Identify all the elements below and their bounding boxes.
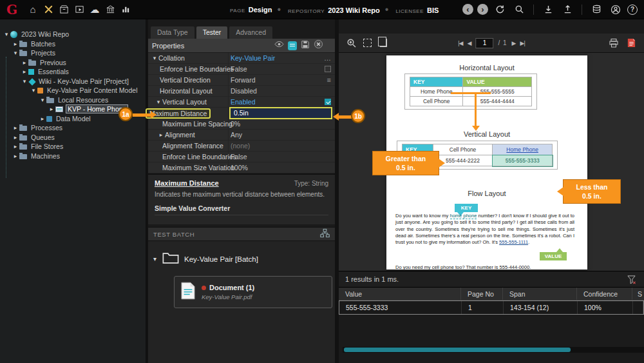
grid-view-icon[interactable] xyxy=(288,41,297,50)
column-header-extra[interactable]: S xyxy=(632,288,644,300)
caret-down-icon[interactable]: ▾ xyxy=(151,55,158,61)
batch-root-item[interactable]: ▾ Key-Value Pair [Batch] xyxy=(148,241,335,266)
checkbox-unchecked-icon[interactable] xyxy=(325,66,331,72)
horizontal-scrollbar[interactable] xyxy=(343,347,644,353)
tree-item-content-model[interactable]: ▾ Key-Value Pair Content Model xyxy=(0,86,146,95)
column-header-page-no[interactable]: Page No xyxy=(461,288,503,300)
property-row-alignment[interactable]: ▸ Alignment Any xyxy=(148,130,335,141)
property-value[interactable]: Any xyxy=(231,131,318,139)
last-page-button[interactable]: ▶| xyxy=(520,40,524,46)
scrollbar-thumb[interactable] xyxy=(344,348,571,352)
stats-icon[interactable] xyxy=(118,3,133,17)
print-icon[interactable] xyxy=(609,38,619,48)
column-header-confidence[interactable]: Confidence xyxy=(577,288,632,300)
caret-right-icon[interactable]: ▸ xyxy=(12,143,19,150)
tree-item-previous[interactable]: ▸ Previous xyxy=(0,58,146,68)
property-value-input[interactable]: 0.5in xyxy=(229,107,332,119)
tree-item-local-resources[interactable]: ▾ Local Resources xyxy=(0,95,146,105)
close-icon[interactable] xyxy=(314,39,323,52)
property-row-maximum-distance[interactable]: Maximum Distance 0.5in xyxy=(148,108,335,119)
forward-icon[interactable]: › xyxy=(477,4,488,15)
design-tools-icon[interactable] xyxy=(41,3,56,17)
caret-right-icon[interactable]: ▸ xyxy=(12,153,19,159)
caret-down-icon[interactable]: ▾ xyxy=(153,255,162,262)
list-icon[interactable]: ≡ xyxy=(327,76,331,84)
property-value[interactable]: Disabled xyxy=(231,87,318,95)
bank-icon[interactable] xyxy=(102,3,118,17)
search-icon[interactable] xyxy=(511,3,527,17)
property-value[interactable]: (none) xyxy=(231,142,318,150)
first-page-button[interactable]: |◀ xyxy=(458,40,462,46)
tree-item-processes[interactable]: ▸ Processes xyxy=(0,123,146,133)
caret-down-icon[interactable]: ▾ xyxy=(12,50,19,56)
sitemap-icon[interactable] xyxy=(320,228,330,240)
help-icon[interactable]: ? xyxy=(627,5,638,15)
pdf-export-icon[interactable] xyxy=(627,38,636,48)
caret-right-icon[interactable]: ▸ xyxy=(157,132,165,138)
caret-down-icon[interactable]: ▾ xyxy=(21,78,28,84)
column-header-span[interactable]: Span xyxy=(503,288,577,300)
caret-down-icon[interactable]: ▾ xyxy=(30,87,37,93)
property-row-horizontal-layout[interactable]: Horizontal Layout Disabled xyxy=(148,86,335,97)
page-value[interactable]: Design xyxy=(249,6,272,14)
zoom-in-icon[interactable] xyxy=(346,38,357,48)
pages-icon[interactable] xyxy=(380,39,387,47)
tree-item-batches[interactable]: ▸ Batches xyxy=(0,39,146,49)
licensee-value[interactable]: BIS xyxy=(427,6,439,14)
document-card[interactable]: Document (1) Key-Value Pair.pdf xyxy=(174,276,332,308)
caret-down-icon[interactable]: ▾ xyxy=(3,31,10,37)
back-icon[interactable]: ‹ xyxy=(462,4,473,15)
ellipsis-button[interactable]: … xyxy=(324,54,331,62)
property-row-alignment-tolerance[interactable]: Alignment Tolerance (none) xyxy=(148,141,335,152)
tab-advanced[interactable]: Advanced xyxy=(229,26,272,39)
archive-icon[interactable] xyxy=(56,3,71,17)
tree-item-projects[interactable]: ▾ Projects xyxy=(0,48,146,58)
property-row-enforce-line-boundaries[interactable]: Enforce Line Boundaries False xyxy=(148,64,335,75)
refresh-icon[interactable] xyxy=(492,3,507,17)
caret-right-icon[interactable]: ▸ xyxy=(12,41,19,47)
property-value[interactable]: False xyxy=(231,65,318,73)
property-value[interactable]: 0% xyxy=(231,120,318,128)
property-value[interactable]: Forward xyxy=(231,76,318,84)
page-number-input[interactable] xyxy=(475,38,493,48)
property-value[interactable]: False xyxy=(231,153,318,161)
tree-item-file-stores[interactable]: ▸ File Stores xyxy=(0,142,146,152)
repository-value[interactable]: 2023 Wiki Repo xyxy=(328,6,380,14)
caret-right-icon[interactable]: ▸ xyxy=(21,68,28,75)
filter-icon[interactable] xyxy=(627,275,636,287)
caret-right-icon[interactable]: ▸ xyxy=(21,59,28,66)
region-select-icon[interactable] xyxy=(363,39,372,47)
caret-right-icon[interactable]: ▸ xyxy=(12,124,19,131)
property-row-enforce-line-boundaries-2[interactable]: Enforce Line Boundaries False xyxy=(148,152,335,162)
tab-tester[interactable]: Tester xyxy=(196,26,228,39)
upload-icon[interactable] xyxy=(560,3,575,17)
home-icon[interactable]: ⌂ xyxy=(25,3,41,17)
save-icon[interactable] xyxy=(301,40,310,52)
caret-right-icon[interactable]: ▸ xyxy=(12,134,19,141)
column-header-value[interactable]: Value xyxy=(339,288,461,300)
user-icon[interactable] xyxy=(608,3,623,17)
property-value[interactable]: 100% xyxy=(231,164,318,172)
download-icon[interactable] xyxy=(540,3,556,17)
caret-right-icon[interactable]: ▸ xyxy=(39,115,46,122)
database-stack-icon[interactable] xyxy=(589,3,604,17)
tree-item-repo-root[interactable]: ▾ 2023 Wiki Repo xyxy=(0,30,146,39)
tree-item-machines[interactable]: ▸ Machines xyxy=(0,152,146,161)
tree-item-essentials[interactable]: ▸ Essentials xyxy=(0,67,146,77)
eye-icon[interactable] xyxy=(274,39,284,52)
caret-down-icon[interactable]: ▾ xyxy=(155,99,162,105)
property-row-maximum-line-spacing[interactable]: Maximum Line Spacing 0% xyxy=(148,119,335,130)
result-row[interactable]: 555-555-3333 1 143-154 (12) 100% xyxy=(339,300,644,315)
tree-item-queues[interactable]: ▸ Queues xyxy=(0,133,146,142)
property-row-collation[interactable]: ▾ Collation Key-Value Pair … xyxy=(148,53,335,64)
property-row-vertical-direction[interactable]: Vertical Direction Forward ≡ xyxy=(148,75,335,86)
caret-down-icon[interactable]: ▾ xyxy=(39,97,46,103)
cloud-icon[interactable]: ☁ xyxy=(87,3,102,17)
property-value[interactable]: Enabled xyxy=(231,98,318,106)
tree-item-wiki-project[interactable]: ▾ Wiki - Key-Value Pair [Project] xyxy=(0,77,146,86)
previous-page-button[interactable]: ◀ xyxy=(468,40,471,46)
production-icon[interactable] xyxy=(71,3,87,17)
checkbox-checked-icon[interactable] xyxy=(325,99,331,105)
property-value[interactable]: Key-Value Pair xyxy=(231,54,318,62)
property-row-maximum-size-variation[interactable]: Maximum Size Variation 100% xyxy=(148,162,335,173)
